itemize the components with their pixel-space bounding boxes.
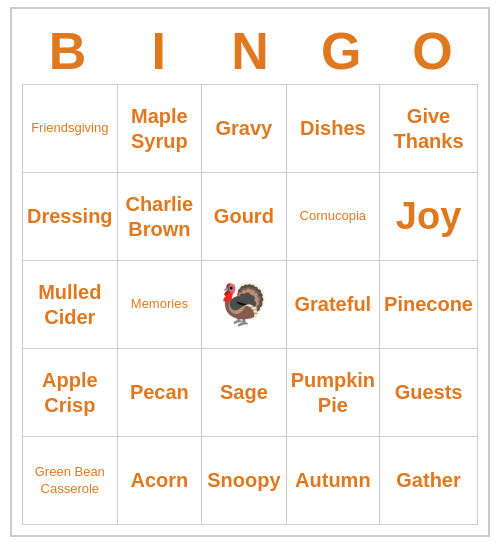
cell-text-r4-c3: Autumn xyxy=(295,468,371,493)
cell-r4-c1: Acorn xyxy=(118,437,203,525)
cell-text-r0-c1: Maple Syrup xyxy=(122,104,198,154)
cell-r0-c1: Maple Syrup xyxy=(118,85,203,173)
cell-r3-c1: Pecan xyxy=(118,349,203,437)
header-letter-G: G xyxy=(296,19,387,84)
header-letter-O: O xyxy=(387,19,478,84)
cell-text-r1-c1: Charlie Brown xyxy=(122,192,198,242)
cell-r0-c0: Friendsgiving xyxy=(23,85,118,173)
cell-text-r3-c3: Pumpkin Pie xyxy=(291,368,375,418)
cell-text-r2-c1: Memories xyxy=(131,296,188,312)
cell-r4-c4: Gather xyxy=(380,437,478,525)
cell-text-r0-c0: Friendsgiving xyxy=(31,120,108,136)
cell-text-r4-c2: Snoopy xyxy=(207,468,280,493)
cell-r0-c4: Give Thanks xyxy=(380,85,478,173)
cell-text-r3-c2: Sage xyxy=(220,380,268,405)
header-letter-B: B xyxy=(22,19,113,84)
cell-r3-c3: Pumpkin Pie xyxy=(287,349,380,437)
cell-text-r0-c2: Gravy xyxy=(216,116,273,141)
cell-r2-c2: 🦃 xyxy=(202,261,287,349)
cell-r3-c0: Apple Crisp xyxy=(23,349,118,437)
cell-text-r2-c3: Grateful xyxy=(295,292,372,317)
cell-text-r1-c4: Joy xyxy=(396,193,461,241)
cell-r1-c0: Dressing xyxy=(23,173,118,261)
cell-text-r4-c1: Acorn xyxy=(130,468,188,493)
cell-r1-c4: Joy xyxy=(380,173,478,261)
cell-r1-c2: Gourd xyxy=(202,173,287,261)
bingo-grid: FriendsgivingMaple SyrupGravyDishesGive … xyxy=(22,84,478,525)
cell-r2-c4: Pinecone xyxy=(380,261,478,349)
cell-r0-c2: Gravy xyxy=(202,85,287,173)
cell-r2-c0: Mulled Cider xyxy=(23,261,118,349)
cell-text-r2-c4: Pinecone xyxy=(384,292,473,317)
cell-text-r4-c0: Green Bean Casserole xyxy=(27,464,113,497)
cell-text-r3-c4: Guests xyxy=(395,380,463,405)
cell-r3-c2: Sage xyxy=(202,349,287,437)
cell-r3-c4: Guests xyxy=(380,349,478,437)
cell-text-r0-c3: Dishes xyxy=(300,116,366,141)
cell-r4-c3: Autumn xyxy=(287,437,380,525)
header-letter-N: N xyxy=(204,19,295,84)
cell-r0-c3: Dishes xyxy=(287,85,380,173)
cell-text-r4-c4: Gather xyxy=(396,468,460,493)
cell-text-r1-c2: Gourd xyxy=(214,204,274,229)
cell-r4-c2: Snoopy xyxy=(202,437,287,525)
cell-text-r3-c0: Apple Crisp xyxy=(27,368,113,418)
cell-text-r1-c0: Dressing xyxy=(27,204,113,229)
header-letter-I: I xyxy=(113,19,204,84)
bingo-header: BINGO xyxy=(22,19,478,84)
cell-r2-c3: Grateful xyxy=(287,261,380,349)
bingo-card: BINGO FriendsgivingMaple SyrupGravyDishe… xyxy=(10,7,490,537)
cell-r4-c0: Green Bean Casserole xyxy=(23,437,118,525)
cell-text-r2-c0: Mulled Cider xyxy=(27,280,113,330)
cell-r1-c1: Charlie Brown xyxy=(118,173,203,261)
cell-r2-c1: Memories xyxy=(118,261,203,349)
turkey-icon: 🦃 xyxy=(219,281,269,328)
cell-text-r1-c3: Cornucopia xyxy=(300,208,367,224)
cell-r1-c3: Cornucopia xyxy=(287,173,380,261)
cell-text-r0-c4: Give Thanks xyxy=(384,104,473,154)
cell-text-r3-c1: Pecan xyxy=(130,380,189,405)
